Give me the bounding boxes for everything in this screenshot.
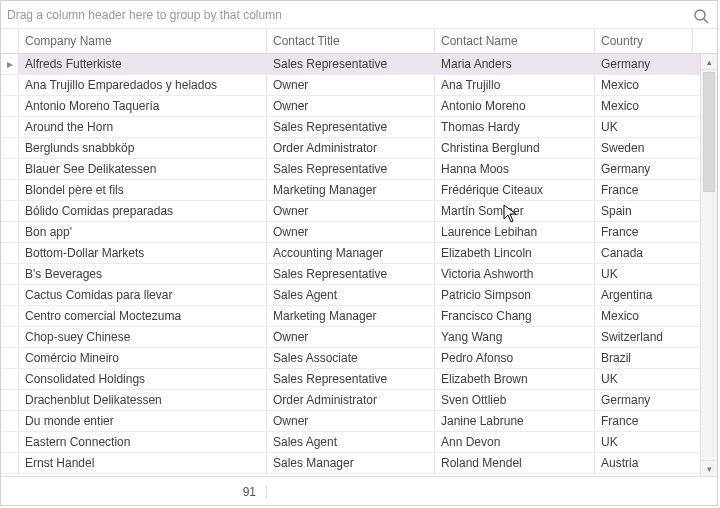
- table-row[interactable]: Drachenblut DelikatessenOrder Administra…: [1, 390, 701, 411]
- cell-contact[interactable]: Frédérique Citeaux: [435, 180, 595, 200]
- cell-country[interactable]: Spain: [595, 201, 692, 221]
- cell-title[interactable]: Order Administrator: [267, 138, 435, 158]
- cell-title[interactable]: Sales Agent: [267, 285, 435, 305]
- cell-company[interactable]: Bólido Comidas preparadas: [19, 201, 267, 221]
- cell-title[interactable]: Sales Agent: [267, 432, 435, 452]
- cell-country[interactable]: France: [595, 180, 692, 200]
- vertical-scrollbar[interactable]: ▴ ▾: [700, 54, 717, 476]
- cell-title[interactable]: Accounting Manager: [267, 243, 435, 263]
- cell-contact[interactable]: Elizabeth Lincoln: [435, 243, 595, 263]
- cell-country[interactable]: Switzerland: [595, 327, 692, 347]
- cell-company[interactable]: Eastern Connection: [19, 432, 267, 452]
- cell-title[interactable]: Order Administrator: [267, 390, 435, 410]
- cell-title[interactable]: Marketing Manager: [267, 180, 435, 200]
- cell-country[interactable]: Germany: [595, 159, 692, 179]
- cell-country[interactable]: Mexico: [595, 306, 692, 326]
- cell-company[interactable]: Comércio Mineiro: [19, 348, 267, 368]
- cell-company[interactable]: Around the Horn: [19, 117, 267, 137]
- table-row[interactable]: Du monde entierOwnerJanine LabruneFrance: [1, 411, 701, 432]
- table-row[interactable]: ▸Alfreds FutterkisteSales Representative…: [1, 54, 701, 75]
- cell-contact[interactable]: Elizabeth Brown: [435, 369, 595, 389]
- cell-country[interactable]: Mexico: [595, 75, 692, 95]
- cell-company[interactable]: Antonio Moreno Taquería: [19, 96, 267, 116]
- cell-contact[interactable]: Francisco Chang: [435, 306, 595, 326]
- cell-contact[interactable]: Roland Mendel: [435, 453, 595, 473]
- cell-company[interactable]: Blondel père et fils: [19, 180, 267, 200]
- table-row[interactable]: Bólido Comidas preparadasOwnerMartín Som…: [1, 201, 701, 222]
- cell-title[interactable]: Sales Representative: [267, 117, 435, 137]
- table-row[interactable]: Eastern ConnectionSales AgentAnn DevonUK: [1, 432, 701, 453]
- cell-country[interactable]: Germany: [595, 54, 692, 74]
- cell-country[interactable]: UK: [595, 264, 692, 284]
- cell-title[interactable]: Owner: [267, 411, 435, 431]
- cell-contact[interactable]: Antonio Moreno: [435, 96, 595, 116]
- cell-company[interactable]: Chop-suey Chinese: [19, 327, 267, 347]
- search-icon[interactable]: [693, 6, 709, 22]
- cell-country[interactable]: Argentina: [595, 285, 692, 305]
- cell-title[interactable]: Owner: [267, 222, 435, 242]
- table-row[interactable]: Bon app'OwnerLaurence LebihanFrance: [1, 222, 701, 243]
- cell-contact[interactable]: Ana Trujillo: [435, 75, 595, 95]
- cell-country[interactable]: France: [595, 222, 692, 242]
- cell-company[interactable]: Bottom-Dollar Markets: [19, 243, 267, 263]
- table-row[interactable]: Cactus Comidas para llevarSales AgentPat…: [1, 285, 701, 306]
- cell-country[interactable]: France: [595, 411, 692, 431]
- table-row[interactable]: Berglunds snabbköpOrder AdministratorChr…: [1, 138, 701, 159]
- group-by-panel[interactable]: Drag a column header here to group by th…: [1, 1, 717, 29]
- table-row[interactable]: Blauer See DelikatessenSales Representat…: [1, 159, 701, 180]
- cell-contact[interactable]: Patricio Simpson: [435, 285, 595, 305]
- table-row[interactable]: Antonio Moreno TaqueríaOwnerAntonio More…: [1, 96, 701, 117]
- table-row[interactable]: B's BeveragesSales RepresentativeVictori…: [1, 264, 701, 285]
- table-row[interactable]: Bottom-Dollar MarketsAccounting ManagerE…: [1, 243, 701, 264]
- cell-country[interactable]: UK: [595, 117, 692, 137]
- cell-title[interactable]: Sales Representative: [267, 159, 435, 179]
- cell-country[interactable]: UK: [595, 432, 692, 452]
- table-row[interactable]: Ana Trujillo Emparedados y heladosOwnerA…: [1, 75, 701, 96]
- scroll-thumb[interactable]: [703, 72, 715, 192]
- cell-company[interactable]: B's Beverages: [19, 264, 267, 284]
- cell-title[interactable]: Owner: [267, 75, 435, 95]
- cell-contact[interactable]: Martín Sommer: [435, 201, 595, 221]
- cell-company[interactable]: Ernst Handel: [19, 453, 267, 473]
- cell-company[interactable]: Berglunds snabbköp: [19, 138, 267, 158]
- cell-company[interactable]: Centro comercial Moctezuma: [19, 306, 267, 326]
- cell-company[interactable]: Consolidated Holdings: [19, 369, 267, 389]
- cell-company[interactable]: Du monde entier: [19, 411, 267, 431]
- cell-contact[interactable]: Hanna Moos: [435, 159, 595, 179]
- column-header-country[interactable]: Country: [595, 29, 692, 53]
- cell-title[interactable]: Sales Associate: [267, 348, 435, 368]
- cell-contact[interactable]: Laurence Lebihan: [435, 222, 595, 242]
- cell-title[interactable]: Owner: [267, 96, 435, 116]
- scroll-track[interactable]: [701, 70, 717, 460]
- cell-title[interactable]: Sales Representative: [267, 264, 435, 284]
- cell-contact[interactable]: Janine Labrune: [435, 411, 595, 431]
- cell-company[interactable]: Blauer See Delikatessen: [19, 159, 267, 179]
- cell-contact[interactable]: Maria Anders: [435, 54, 595, 74]
- cell-company[interactable]: Ana Trujillo Emparedados y helados: [19, 75, 267, 95]
- cell-country[interactable]: Brazil: [595, 348, 692, 368]
- table-row[interactable]: Chop-suey ChineseOwnerYang WangSwitzerla…: [1, 327, 701, 348]
- table-row[interactable]: Around the HornSales RepresentativeThoma…: [1, 117, 701, 138]
- cell-contact[interactable]: Christina Berglund: [435, 138, 595, 158]
- scroll-down-button[interactable]: ▾: [701, 460, 717, 476]
- cell-country[interactable]: UK: [595, 369, 692, 389]
- cell-company[interactable]: Alfreds Futterkiste: [19, 54, 267, 74]
- table-row[interactable]: Comércio MineiroSales AssociatePedro Afo…: [1, 348, 701, 369]
- cell-contact[interactable]: Ann Devon: [435, 432, 595, 452]
- cell-contact[interactable]: Thomas Hardy: [435, 117, 595, 137]
- column-header-company[interactable]: Company Name: [19, 29, 267, 53]
- table-row[interactable]: Blondel père et filsMarketing ManagerFré…: [1, 180, 701, 201]
- cell-title[interactable]: Sales Manager: [267, 453, 435, 473]
- cell-contact[interactable]: Pedro Afonso: [435, 348, 595, 368]
- cell-company[interactable]: Cactus Comidas para llevar: [19, 285, 267, 305]
- column-header-contact[interactable]: Contact Name: [435, 29, 595, 53]
- column-header-title[interactable]: Contact Title: [267, 29, 435, 53]
- cell-contact[interactable]: Victoria Ashworth: [435, 264, 595, 284]
- cell-title[interactable]: Sales Representative: [267, 54, 435, 74]
- cell-country[interactable]: Canada: [595, 243, 692, 263]
- cell-country[interactable]: Austria: [595, 453, 692, 473]
- cell-contact[interactable]: Yang Wang: [435, 327, 595, 347]
- cell-title[interactable]: Owner: [267, 327, 435, 347]
- cell-country[interactable]: Sweden: [595, 138, 692, 158]
- cell-company[interactable]: Drachenblut Delikatessen: [19, 390, 267, 410]
